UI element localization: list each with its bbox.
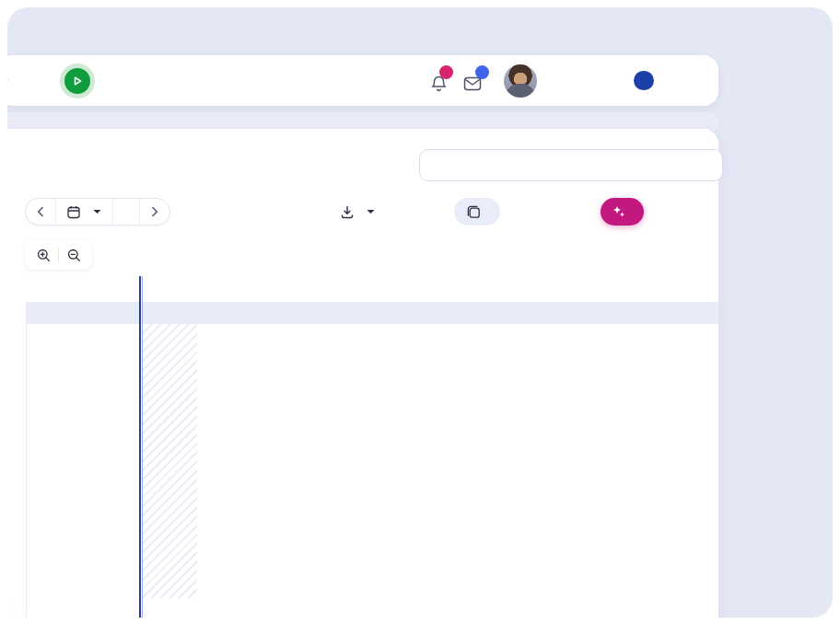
app-background	[7, 7, 833, 618]
zoom-in-icon	[37, 249, 51, 262]
off-hours-hatch	[142, 324, 197, 598]
message-badge	[475, 65, 489, 79]
download-icon	[341, 205, 354, 219]
play-icon	[64, 68, 90, 94]
notification-badge	[439, 65, 453, 79]
smart-planner-button[interactable]	[601, 198, 644, 226]
schedule-grid	[7, 276, 718, 618]
start-timer-button[interactable]	[60, 64, 95, 98]
avatar[interactable]	[504, 64, 537, 98]
chevron-left-icon	[37, 206, 44, 217]
date-navigation	[25, 198, 170, 226]
copy-week-icon	[467, 205, 481, 219]
date-range-button[interactable]	[56, 199, 112, 225]
calendar-icon	[67, 205, 80, 219]
caret-down-icon	[93, 209, 101, 214]
admin-badge	[634, 71, 654, 90]
day-header	[26, 302, 718, 324]
chevron-right-icon	[151, 206, 158, 217]
zoom-in-button[interactable]	[29, 242, 58, 268]
copy-previous-week-button[interactable]	[454, 198, 500, 226]
day-label	[26, 302, 140, 324]
timeline-divider-line	[139, 276, 143, 618]
sparkles-icon	[612, 205, 625, 218]
timer-clock-icon	[7, 73, 8, 88]
toolbar	[7, 198, 718, 226]
zoom-out-button[interactable]	[59, 242, 88, 268]
prev-week-button[interactable]	[26, 199, 55, 225]
download-button[interactable]	[341, 198, 375, 226]
grid-body	[7, 324, 718, 618]
shifts-card	[7, 129, 718, 618]
next-week-button[interactable]	[140, 199, 169, 225]
search-input[interactable]	[419, 149, 723, 181]
caret-down-icon	[367, 209, 375, 214]
zoom-controls	[25, 240, 92, 270]
today-button[interactable]	[113, 199, 139, 225]
top-bar	[7, 55, 718, 106]
zoom-out-icon	[67, 249, 81, 262]
